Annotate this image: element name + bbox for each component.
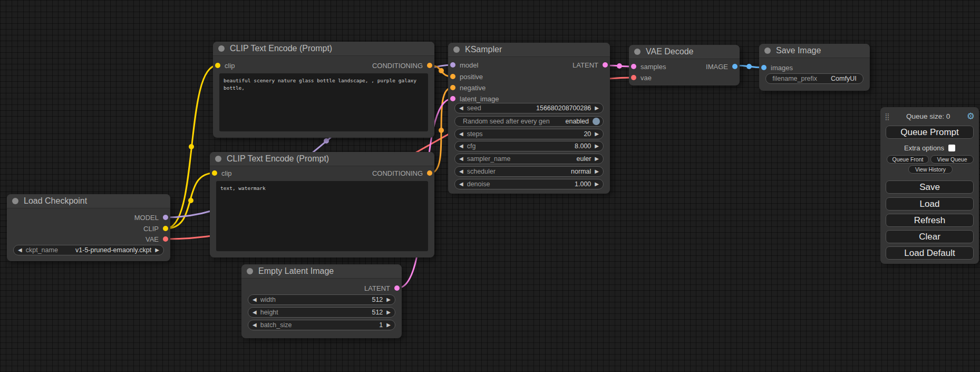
slot-label: VAE <box>145 235 159 243</box>
link-midpoint-dot <box>439 128 444 133</box>
increment-arrow-icon[interactable] <box>155 247 159 253</box>
decrement-arrow-icon[interactable] <box>459 106 463 111</box>
increment-arrow-icon[interactable] <box>595 106 599 111</box>
height-number-widget[interactable]: height 512 <box>248 307 395 318</box>
node-ksampler[interactable]: KSampler model LATENT positive negative … <box>448 43 610 194</box>
latent-slot-dot[interactable] <box>450 96 455 101</box>
widget-label: sampler_name <box>467 155 511 163</box>
extra-options-checkbox[interactable] <box>948 145 955 151</box>
increment-arrow-icon[interactable] <box>595 131 599 137</box>
toggle-knob-icon[interactable] <box>593 118 600 125</box>
ckpt-name-combo[interactable]: ckpt_name v1-5-pruned-emaonly.ckpt <box>13 245 164 255</box>
slot-label: clip <box>221 169 232 177</box>
negative-prompt-textarea[interactable]: text, watermark <box>216 181 428 251</box>
collapse-dot-icon[interactable] <box>247 268 253 274</box>
increment-arrow-icon[interactable] <box>386 322 391 328</box>
random-seed-toggle-widget[interactable]: Random seed after every gen enabled <box>454 116 604 127</box>
seed-number-widget[interactable]: seed 156680208700286 <box>454 103 604 113</box>
latent-slot-dot[interactable] <box>631 64 636 69</box>
decrement-arrow-icon[interactable] <box>459 131 463 137</box>
queue-prompt-button[interactable]: Queue Prompt <box>886 126 974 139</box>
node-title-bar[interactable]: CLIP Text Encode (Prompt) <box>210 152 434 166</box>
image-slot-dot[interactable] <box>761 65 766 70</box>
conditioning-slot-dot[interactable] <box>427 170 432 176</box>
decrement-arrow-icon[interactable] <box>459 182 463 187</box>
decrement-arrow-icon[interactable] <box>459 156 463 161</box>
clip-slot-dot[interactable] <box>212 170 217 176</box>
node-load-checkpoint[interactable]: Load Checkpoint MODEL CLIP VAE ckpt_name… <box>7 194 170 261</box>
node-empty-latent-image[interactable]: Empty Latent Image LATENT width 512 heig… <box>241 264 402 338</box>
link-midpoint-dot <box>324 138 329 144</box>
view-queue-button[interactable]: View Queue <box>930 155 974 164</box>
sampler-name-combo[interactable]: sampler_name euler <box>454 154 604 164</box>
decrement-arrow-icon[interactable] <box>459 144 463 149</box>
increment-arrow-icon[interactable] <box>386 297 391 302</box>
decrement-arrow-icon[interactable] <box>253 297 257 302</box>
model-slot-dot[interactable] <box>163 215 168 220</box>
link-midpoint-dot <box>188 198 193 203</box>
node-title-bar[interactable]: KSampler <box>448 43 610 57</box>
latent-slot-dot[interactable] <box>603 62 608 68</box>
settings-gear-icon[interactable]: ⚙ <box>967 112 975 121</box>
clear-button[interactable]: Clear <box>886 230 974 243</box>
conditioning-slot-dot[interactable] <box>427 63 432 68</box>
node-title-bar[interactable]: Save Image <box>759 44 870 58</box>
save-button[interactable]: Save <box>886 180 974 194</box>
conditioning-slot-dot[interactable] <box>450 85 455 90</box>
latent-slot-dot[interactable] <box>394 285 400 291</box>
collapse-dot-icon[interactable] <box>453 46 460 53</box>
node-title-bar[interactable]: Empty Latent Image <box>241 264 402 279</box>
decrement-arrow-icon[interactable] <box>253 310 257 315</box>
steps-number-widget[interactable]: steps 20 <box>454 129 604 139</box>
collapse-dot-icon[interactable] <box>12 198 18 204</box>
view-history-button[interactable]: View History <box>908 165 953 174</box>
cfg-number-widget[interactable]: cfg 8.000 <box>454 141 604 151</box>
vae-slot-dot[interactable] <box>631 75 636 80</box>
input-slot-images: images <box>761 62 793 73</box>
increment-arrow-icon[interactable] <box>386 310 391 315</box>
conditioning-slot-dot[interactable] <box>450 74 455 79</box>
model-slot-dot[interactable] <box>450 62 455 68</box>
denoise-number-widget[interactable]: denoise 1.000 <box>454 179 604 189</box>
collapse-dot-icon[interactable] <box>218 45 225 52</box>
node-clip-text-encode-positive[interactable]: CLIP Text Encode (Prompt) clip CONDITION… <box>213 42 434 138</box>
collapse-dot-icon[interactable] <box>634 49 641 55</box>
positive-prompt-textarea[interactable]: beautiful scenery nature glass bottle la… <box>219 73 428 131</box>
increment-arrow-icon[interactable] <box>595 144 599 149</box>
load-button[interactable]: Load <box>886 197 974 211</box>
link-midpoint-dot <box>439 68 444 73</box>
node-clip-text-encode-negative[interactable]: CLIP Text Encode (Prompt) clip CONDITION… <box>210 152 434 257</box>
decrement-arrow-icon[interactable] <box>18 247 22 253</box>
scheduler-combo[interactable]: scheduler normal <box>454 166 604 177</box>
queue-panel-header: ⣿ Queue size: 0 ⚙ <box>885 111 975 121</box>
collapse-dot-icon[interactable] <box>764 47 771 54</box>
refresh-button[interactable]: Refresh <box>886 214 974 227</box>
widget-value: normal <box>571 168 591 175</box>
node-vae-decode[interactable]: VAE Decode samples IMAGE vae <box>629 45 740 85</box>
output-slot-vae: VAE <box>145 234 168 244</box>
batch-size-number-widget[interactable]: batch_size 1 <box>248 320 395 330</box>
increment-arrow-icon[interactable] <box>595 182 599 187</box>
queue-front-button[interactable]: Queue Front <box>887 155 929 164</box>
node-graph-canvas[interactable]: Load Checkpoint MODEL CLIP VAE ckpt_name… <box>0 0 980 372</box>
width-number-widget[interactable]: width 512 <box>248 294 395 305</box>
drag-handle-icon[interactable]: ⣿ <box>885 112 890 120</box>
extra-options-label: Extra options <box>904 144 944 152</box>
widget-label: Random seed after every gen <box>463 118 550 125</box>
node-title-bar[interactable]: VAE Decode <box>629 45 740 59</box>
clip-slot-dot[interactable] <box>215 63 220 68</box>
image-slot-dot[interactable] <box>732 64 738 69</box>
input-slot-clip: clip <box>215 60 235 71</box>
load-default-button[interactable]: Load Default <box>886 246 974 260</box>
decrement-arrow-icon[interactable] <box>253 322 257 328</box>
clip-slot-dot[interactable] <box>163 226 168 231</box>
filename-prefix-widget[interactable]: filename_prefix ComfyUI <box>765 73 863 84</box>
vae-slot-dot[interactable] <box>163 236 168 242</box>
collapse-dot-icon[interactable] <box>215 156 221 162</box>
node-save-image[interactable]: Save Image images filename_prefix ComfyU… <box>759 44 870 91</box>
node-title-bar[interactable]: CLIP Text Encode (Prompt) <box>213 42 434 56</box>
increment-arrow-icon[interactable] <box>595 169 599 174</box>
node-title-bar[interactable]: Load Checkpoint <box>7 194 170 208</box>
decrement-arrow-icon[interactable] <box>459 169 463 174</box>
increment-arrow-icon[interactable] <box>595 156 599 161</box>
